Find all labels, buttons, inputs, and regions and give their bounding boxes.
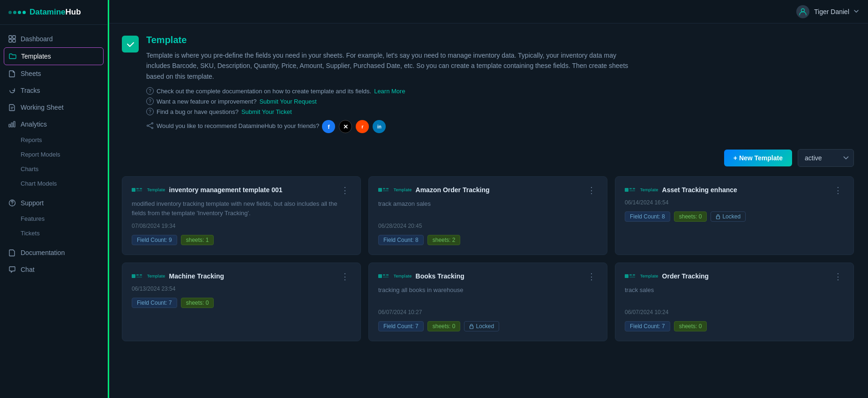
template-card-1: Template inventory management template 0… xyxy=(122,176,361,255)
submit-ticket-link[interactable]: Submit Your Ticket xyxy=(241,108,292,115)
card-description-1: modified inventory tracking template wit… xyxy=(132,199,351,218)
new-template-button[interactable]: + New Template xyxy=(724,150,792,166)
sidebar-sub-reports[interactable]: Reports xyxy=(0,133,107,147)
card-date-4: 06/13/2024 23:54 xyxy=(132,285,351,292)
sidebar-sub-features[interactable]: Features xyxy=(0,211,107,226)
card-menu-button-2[interactable]: ⋮ xyxy=(585,186,598,195)
user-name: Tiger Daniel xyxy=(814,8,849,15)
svg-rect-7 xyxy=(11,123,13,127)
card-menu-button-6[interactable]: ⋮ xyxy=(832,272,844,281)
card-menu-button-4[interactable]: ⋮ xyxy=(339,272,351,281)
card-menu-button-5[interactable]: ⋮ xyxy=(585,272,598,281)
share-row: Would you like to recommend DatamineHub … xyxy=(146,118,638,133)
card-title-row-4: Template Machine Tracking xyxy=(132,272,224,280)
field-count-tag-1: Field Count: 9 xyxy=(132,235,177,245)
sidebar-item-documentation[interactable]: Documentation xyxy=(0,244,107,261)
facebook-icon[interactable]: f xyxy=(322,120,335,133)
svg-rect-19 xyxy=(140,188,142,189)
card-tags-4: Field Count: 7sheets: 0 xyxy=(132,298,351,308)
template-badge-4: Template xyxy=(132,274,165,279)
sidebar-item-sheets[interactable]: Sheets xyxy=(0,65,107,82)
card-date-2: 06/28/2024 20:45 xyxy=(378,223,598,229)
card-date-1: 07/08/2024 19:34 xyxy=(132,223,351,229)
template-icon-box xyxy=(122,36,139,53)
template-badge-3: Template xyxy=(625,188,658,193)
card-header-3: Template Asset Tracking enhance ⋮ xyxy=(625,186,844,195)
card-description-6: track sales xyxy=(625,285,844,304)
svg-rect-42 xyxy=(629,277,635,278)
card-title-row-2: Template Amazon Order Tracking xyxy=(378,186,490,194)
sidebar-item-documentation-label: Documentation xyxy=(21,249,65,256)
sidebar-item-chat[interactable]: Chat xyxy=(0,261,107,278)
locked-tag-5: Locked xyxy=(464,321,499,331)
bug-link-row: ? Find a bug or have questions? Submit Y… xyxy=(146,108,638,115)
card-description-5: tracking all books in warehouse xyxy=(378,285,598,304)
sidebar-sub-report-models[interactable]: Report Models xyxy=(0,147,107,162)
svg-rect-28 xyxy=(629,190,635,191)
sidebar-item-analytics[interactable]: Analytics xyxy=(0,116,107,133)
card-tags-6: Field Count: 7sheets: 0 xyxy=(625,321,844,331)
svg-point-14 xyxy=(147,125,149,127)
linkedin-icon[interactable]: in xyxy=(373,120,386,133)
card-header-4: Template Machine Tracking ⋮ xyxy=(132,272,351,281)
svg-rect-41 xyxy=(633,274,635,276)
template-card-3: Template Asset Tracking enhance ⋮ 06/14/… xyxy=(615,176,854,255)
folder-icon xyxy=(9,53,16,60)
svg-rect-2 xyxy=(9,39,12,42)
bug-text: Find a bug or have questions? xyxy=(157,108,239,115)
sidebar-sub-features-label: Features xyxy=(21,215,45,222)
logo: DatamineHub xyxy=(0,0,107,25)
field-count-tag-6: Field Count: 7 xyxy=(625,321,670,331)
card-title-row-3: Template Asset Tracking enhance xyxy=(625,186,737,194)
check-icon xyxy=(126,39,135,49)
info-description: Template is where you pre-define the fie… xyxy=(146,50,638,82)
learn-more-link[interactable]: Learn More xyxy=(374,88,405,95)
card-date-3: 06/14/2024 16:54 xyxy=(625,199,844,206)
sidebar-item-working-sheet[interactable]: Working Sheet xyxy=(0,99,107,116)
card-title-1: inventory management template 001 xyxy=(169,186,283,194)
template-card-4: Template Machine Tracking ⋮ 06/13/2024 2… xyxy=(122,263,361,341)
sidebar-sub-tickets[interactable]: Tickets xyxy=(0,226,107,240)
sidebar-item-templates[interactable]: Templates xyxy=(4,47,104,65)
reddit-icon[interactable]: r xyxy=(356,120,369,133)
card-title-2: Amazon Order Tracking xyxy=(416,186,490,194)
svg-rect-36 xyxy=(386,274,389,276)
info-circle-3: ? xyxy=(146,108,154,115)
field-count-tag-2: Field Count: 8 xyxy=(378,235,424,245)
template-badge-1: Template xyxy=(132,188,165,193)
sidebar-item-dashboard[interactable]: Dashboard xyxy=(0,30,107,47)
sidebar-sub-charts[interactable]: Charts xyxy=(0,162,107,176)
sidebar-sub-chart-models[interactable]: Chart Models xyxy=(0,176,107,191)
card-header-6: Template Order Tracking ⋮ xyxy=(625,272,844,281)
chevron-down-icon xyxy=(854,10,859,13)
logo-dot-1 xyxy=(8,11,12,14)
sidebar-sub-tickets-label: Tickets xyxy=(21,230,40,237)
sidebar-item-tracks[interactable]: Tracks xyxy=(0,82,107,99)
svg-rect-0 xyxy=(9,36,12,38)
sidebar-item-support[interactable]: Support xyxy=(0,195,107,211)
twitter-x-icon[interactable]: ✕ xyxy=(339,120,352,133)
svg-rect-35 xyxy=(383,274,385,276)
card-date-5: 06/07/2024 10:27 xyxy=(378,309,598,315)
card-menu-button-3[interactable]: ⋮ xyxy=(832,186,844,195)
svg-rect-26 xyxy=(629,188,632,189)
svg-rect-34 xyxy=(378,274,382,278)
svg-rect-40 xyxy=(629,274,632,276)
social-icons: f ✕ r in xyxy=(322,120,386,133)
feature-text: Want a new feature or improvement? xyxy=(157,98,256,105)
submit-request-link[interactable]: Submit Your Request xyxy=(259,98,316,105)
info-circle-1: ? xyxy=(146,87,154,95)
file-icon xyxy=(8,70,16,77)
doc-link-text: Check out the complete documentation on … xyxy=(157,88,371,95)
card-title-row-5: Template Books Tracking xyxy=(378,272,464,280)
share-icon xyxy=(146,122,154,129)
card-menu-button-1[interactable]: ⋮ xyxy=(339,186,351,195)
card-header-5: Template Books Tracking ⋮ xyxy=(378,272,598,281)
svg-point-12 xyxy=(152,123,153,124)
filter-select[interactable]: active inactive all xyxy=(798,149,854,167)
sidebar-item-analytics-label: Analytics xyxy=(21,120,47,128)
card-header-1: Template inventory management template 0… xyxy=(132,186,351,195)
card-title-3: Asset Tracking enhance xyxy=(662,186,737,194)
sidebar-sub-chart-models-label: Chart Models xyxy=(21,180,57,187)
svg-rect-29 xyxy=(717,216,720,219)
